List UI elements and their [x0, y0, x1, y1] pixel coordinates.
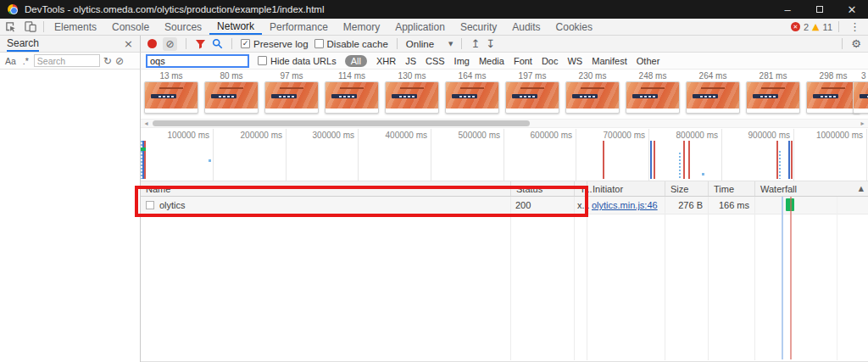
search-panel-title: Search: [7, 36, 39, 52]
filmstrip-frame[interactable]: 13 ms: [144, 71, 198, 118]
error-badge-icon[interactable]: ✕: [791, 22, 800, 31]
refresh-icon[interactable]: ↻: [103, 55, 112, 67]
gridline: [576, 129, 576, 181]
page-thumbnail: [565, 81, 620, 114]
page-thumbnail: [325, 81, 379, 114]
column-header-waterfall[interactable]: Waterfall: [754, 181, 868, 196]
sort-asc-icon[interactable]: ▲: [859, 185, 864, 192]
dom-loaded-line: [782, 197, 783, 359]
divider: [461, 38, 462, 49]
tab-application[interactable]: Application: [387, 19, 453, 35]
scroll-right-icon[interactable]: ▸: [858, 120, 867, 127]
tab-console[interactable]: Console: [104, 19, 157, 35]
disable-cache-checkbox[interactable]: Disable cache: [314, 39, 388, 49]
filmstrip-frame[interactable]: 281 ms: [746, 71, 800, 118]
filmstrip-frame[interactable]: 97 ms: [264, 71, 319, 118]
type-filter-media[interactable]: Media: [479, 56, 504, 66]
filmstrip-frame[interactable]: 264 ms: [686, 71, 740, 118]
clear-network-log-icon[interactable]: ⊘: [163, 37, 177, 51]
time-tick: 300000 ms: [287, 131, 354, 140]
chrome-logo-icon: [8, 4, 18, 14]
warning-count: 11: [823, 22, 832, 32]
column-header-time[interactable]: Time: [708, 181, 754, 196]
filmstrip-frame[interactable]: 80 ms: [204, 71, 259, 118]
divider: [842, 38, 843, 49]
hide-data-urls-checkbox[interactable]: Hide data URLs: [258, 56, 337, 66]
close-icon[interactable]: ×: [124, 37, 133, 50]
filmstrip-scrollbar[interactable]: ◂ ▸: [141, 119, 868, 128]
type-filter-ws[interactable]: WS: [567, 56, 582, 66]
type-filter-doc[interactable]: Doc: [542, 56, 559, 66]
filmstrip-frame[interactable]: 164 ms: [445, 71, 499, 118]
close-button[interactable]: ✕: [836, 0, 868, 19]
page-thumbnail: [746, 81, 800, 114]
scroll-left-icon[interactable]: ◂: [142, 120, 151, 127]
device-toolbar-icon[interactable]: [20, 19, 41, 35]
divider: [231, 38, 232, 49]
type-filter-font[interactable]: Font: [514, 56, 532, 66]
settings-gear-icon[interactable]: ⚙: [851, 37, 861, 50]
tab-elements[interactable]: Elements: [47, 19, 104, 35]
type-filter-manifest[interactable]: Manifest: [592, 56, 627, 66]
type-filter-js[interactable]: JS: [405, 56, 416, 66]
time-tick: 800000 ms: [650, 131, 718, 140]
checkbox-checked-icon: ✓: [241, 39, 250, 48]
load-event-line: [776, 141, 778, 179]
load-event-line: [790, 197, 792, 359]
cell-initiator: olytics.min.js:46: [587, 197, 665, 214]
column-separator: [708, 197, 709, 360]
filmstrip-frame[interactable]: 197 ms: [505, 71, 559, 118]
column-header-size[interactable]: Size: [665, 181, 708, 196]
filmstrip-frame[interactable]: 230 ms: [565, 71, 620, 118]
export-har-icon[interactable]: ↧: [486, 38, 495, 49]
type-filter-all[interactable]: All: [345, 55, 367, 67]
regex-button[interactable]: .*: [21, 56, 31, 66]
gridline: [431, 129, 431, 181]
tab-network[interactable]: Network: [209, 19, 262, 35]
checkbox-unchecked-icon: [314, 39, 324, 48]
dom-loaded-line: [788, 141, 790, 179]
initiator-link[interactable]: olytics.min.js:46: [592, 200, 658, 210]
tab-sources[interactable]: Sources: [157, 19, 209, 35]
type-filter-css[interactable]: CSS: [426, 56, 445, 66]
tab-security[interactable]: Security: [453, 19, 504, 35]
inspect-element-icon[interactable]: [0, 19, 20, 35]
filter-funnel-icon[interactable]: [195, 39, 206, 49]
filmstrip-frame[interactable]: 248 ms: [626, 71, 680, 118]
tab-memory[interactable]: Memory: [336, 19, 387, 35]
overflow-menu-icon[interactable]: ⋮: [845, 20, 865, 33]
load-event-line: [688, 141, 690, 179]
divider: [43, 21, 44, 32]
column-header-initiator[interactable]: Initiator: [587, 181, 665, 196]
chevron-down-icon[interactable]: ▼: [448, 41, 453, 47]
scrollbar-thumb[interactable]: [153, 120, 530, 126]
warning-badge-icon[interactable]: ▲: [812, 22, 819, 31]
match-case-button[interactable]: Aa: [3, 56, 18, 66]
search-input[interactable]: [34, 54, 100, 67]
filmstrip-frame[interactable]: 114 ms: [325, 71, 379, 118]
load-event-line: [144, 141, 146, 179]
filmstrip-frame[interactable]: 130 ms: [385, 71, 439, 118]
import-har-icon[interactable]: ↥: [470, 38, 480, 49]
tab-cookies[interactable]: Cookies: [548, 19, 600, 35]
time-tick: 400000 ms: [359, 131, 427, 140]
waterfall-gridline: [837, 197, 837, 360]
network-overview-timeline[interactable]: 100000 ms 200000 ms 300000 ms 400000 ms …: [141, 129, 868, 181]
throttling-select[interactable]: Online: [406, 39, 434, 49]
clear-search-icon[interactable]: ⊘: [115, 55, 124, 67]
search-network-icon[interactable]: [212, 38, 223, 49]
type-filter-img[interactable]: Img: [454, 56, 470, 66]
preserve-log-checkbox[interactable]: ✓ Preserve log: [241, 39, 309, 49]
page-thumbnail: [853, 81, 868, 114]
minimize-button[interactable]: –: [771, 0, 804, 19]
type-filter-other[interactable]: Other: [637, 56, 660, 66]
tab-performance[interactable]: Performance: [262, 19, 336, 35]
tab-audits[interactable]: Audits: [504, 19, 548, 35]
type-filter-xhr[interactable]: XHR: [376, 56, 396, 66]
page-thumbnail: [505, 81, 559, 114]
gridline: [793, 129, 794, 181]
filter-input[interactable]: [146, 54, 249, 68]
filmstrip-frame[interactable]: 3: [853, 71, 868, 118]
maximize-button[interactable]: [804, 0, 836, 19]
record-button[interactable]: [147, 39, 157, 48]
